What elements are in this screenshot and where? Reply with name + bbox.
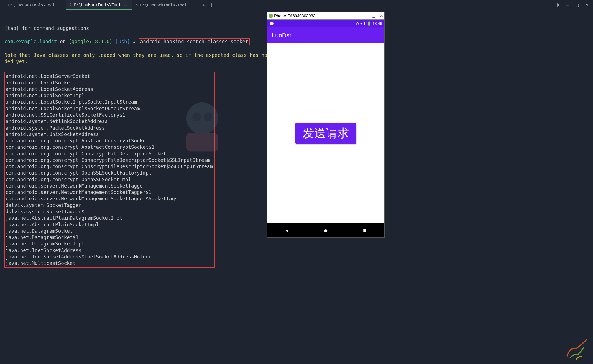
class-row: java.net.AbstractPlainSocketImpl — [6, 222, 213, 228]
class-row: dalvik.system.SocketTagger$1 — [6, 209, 213, 215]
command-highlight: android hooking search classes socket — [139, 38, 250, 45]
tab-title: D:\LuoHackTools\Tool... — [8, 3, 62, 7]
class-row: com.android.org.conscrypt.AbstractConscr… — [6, 144, 213, 150]
class-row: android.net.LocalSocketAddress — [6, 86, 213, 93]
recent-button[interactable]: ■ — [363, 227, 366, 233]
class-row: android.net.LocalSocketImpl$SocketInputS… — [6, 99, 213, 105]
wifi-icon: ▾ — [360, 21, 362, 26]
class-row: com.android.org.conscrypt.ConscryptFileD… — [6, 151, 213, 157]
class-row: java.net.DatagramSocket$1 — [6, 234, 213, 241]
close-button[interactable]: ✕ — [585, 2, 590, 7]
phone-window: Phone-FA69J0303983 — ▢ ✕ ⊖ ▾ ▮ 🔋 13:46 L… — [267, 12, 385, 238]
class-row: java.net.InetSocketAddress — [6, 247, 213, 254]
class-row: com.android.org.conscrypt.ConscryptFileD… — [6, 157, 213, 163]
android-nav-bar: ◀ ● ■ — [267, 223, 384, 237]
notification-dot-icon — [270, 22, 274, 25]
class-row: java.net.AbstractPlainDatagramSocketImpl — [6, 215, 213, 221]
class-row: java.net.MulticastSocket — [6, 260, 213, 266]
class-row: android.net.SSLCertificateSocketFactory$… — [6, 112, 213, 118]
android-status-bar: ⊖ ▾ ▮ 🔋 13:46 — [267, 20, 384, 27]
phone-title-text: Phone-FA69J0303983 — [274, 13, 362, 18]
svg-point-3 — [557, 4, 558, 5]
app-body: 发送请求 — [267, 43, 384, 223]
phone-minimize-button[interactable]: — — [364, 14, 367, 18]
phone-close-button[interactable]: ✕ — [380, 14, 383, 18]
class-row: com.android.server.NetworkManagementSock… — [6, 196, 213, 202]
split-icon — [211, 3, 216, 7]
tab-title: D:\LuoHackTools\Tool... — [140, 3, 194, 7]
tab-3[interactable]: 3D:\LuoHackTools\Tool... — [132, 0, 198, 10]
svg-point-2 — [556, 4, 559, 6]
window-controls: — ▢ ✕ — [555, 2, 593, 7]
class-row: com.android.server.NetworkManagementSock… — [6, 189, 213, 196]
tab-2[interactable]: 2D:\LuoHackTools\Tool... — [66, 0, 132, 10]
class-row: com.android.org.conscrypt.OpenSSLSocketF… — [6, 170, 213, 176]
app-title: LuoDst — [272, 32, 291, 39]
tab-index: 3 — [136, 3, 138, 7]
class-row: android.system.PacketSocketAddress — [6, 125, 213, 131]
back-button[interactable]: ◀ — [285, 227, 288, 233]
class-row: java.net.DatagramSocket — [6, 228, 213, 234]
gear-icon — [555, 3, 559, 7]
new-tab-button[interactable]: + — [199, 1, 208, 9]
tab-bar: 1D:\LuoHackTools\Tool... 2D:\LuoHackTool… — [0, 0, 593, 10]
class-row: java.net.InetSocketAddress$InetSocketAdd… — [6, 254, 213, 260]
class-row: android.net.LocalSocketImpl — [6, 93, 213, 99]
package-name: com.example.luodst — [4, 39, 57, 44]
signal-icon: ▮ — [363, 21, 365, 26]
class-row: android.net.LocalServerSocket — [6, 73, 213, 80]
split-pane-button[interactable] — [210, 3, 218, 7]
phone-window-controls: — ▢ ✕ — [364, 14, 383, 18]
tab-index: 2 — [70, 2, 72, 7]
phone-titlebar[interactable]: Phone-FA69J0303983 — ▢ ✕ — [267, 12, 384, 20]
class-row: com.android.org.conscrypt.OpenSSLSocketI… — [6, 176, 213, 183]
class-row: android.system.NetlinkSocketAddress — [6, 118, 213, 125]
maximize-button[interactable]: ▢ — [575, 2, 580, 7]
class-row: android.system.UnixSocketAddress — [6, 131, 213, 138]
send-request-button[interactable]: 发送请求 — [295, 123, 356, 144]
class-row: com.android.org.conscrypt.ConscryptFileD… — [6, 163, 213, 170]
tab-index: 1 — [4, 3, 6, 7]
minimize-button[interactable]: — — [565, 2, 570, 7]
corner-decoration — [561, 332, 591, 362]
class-row: android.net.LocalSocketImpl$SocketOutput… — [6, 106, 213, 112]
class-row: com.android.server.NetworkManagementSock… — [6, 183, 213, 189]
class-row: android.net.LocalSocket — [6, 80, 213, 86]
scrcpy-icon — [269, 14, 273, 18]
class-list-box: android.net.LocalServerSocketandroid.net… — [4, 72, 215, 268]
battery-icon: 🔋 — [367, 21, 371, 26]
app-bar: LuoDst — [267, 27, 384, 43]
class-row: dalvik.system.SocketTagger — [6, 202, 213, 209]
home-button[interactable]: ● — [324, 227, 328, 233]
settings-button[interactable] — [555, 2, 560, 7]
tab-1[interactable]: 1D:\LuoHackTools\Tool... — [0, 0, 66, 10]
dnd-icon: ⊖ — [356, 21, 359, 26]
plus-icon: + — [202, 2, 205, 8]
clock: 13:46 — [372, 21, 382, 26]
tab-title: D:\LuoHackTools\Tool... — [74, 2, 128, 7]
class-row: java.net.DatagramSocketImpl — [6, 241, 213, 247]
class-row: com.android.org.conscrypt.AbstractConscr… — [6, 138, 213, 144]
bus-label: [usb] — [113, 39, 130, 44]
device-info: (google: 8.1.0) — [69, 39, 113, 44]
phone-maximize-button[interactable]: ▢ — [372, 14, 375, 18]
